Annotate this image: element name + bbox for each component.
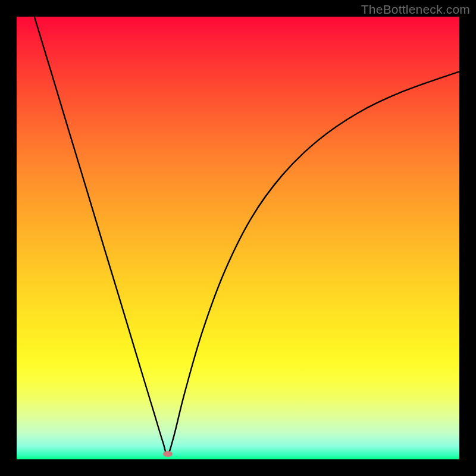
bottleneck-curve [35, 17, 459, 454]
watermark-text: TheBottleneck.com [361, 2, 470, 17]
chart-frame: TheBottleneck.com [0, 0, 476, 476]
curve-svg [17, 17, 459, 459]
min-point-marker [163, 451, 173, 457]
plot-area [17, 17, 459, 459]
